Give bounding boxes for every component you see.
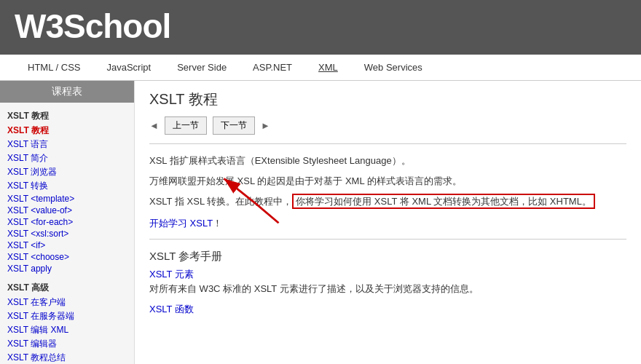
sidebar-header: 课程表: [0, 81, 134, 103]
xslt-elements-link[interactable]: XSLT 元素: [149, 269, 194, 280]
sidebar-link-xslt-sort[interactable]: XSLT <xsl:sort>: [0, 228, 134, 240]
sidebar-link-client[interactable]: XSLT 在客户端: [0, 296, 134, 309]
sidebar-link-xslt-template[interactable]: XSLT <template>: [0, 193, 134, 205]
prev-button[interactable]: 上一节: [165, 116, 207, 135]
ref-divider: [149, 239, 626, 240]
sidebar-link-xslt-valueof[interactable]: XSLT <value-of>: [0, 205, 134, 216]
sidebar-link-editor[interactable]: XSLT 编辑器: [0, 337, 134, 351]
nav-javascript[interactable]: JavaScript: [93, 56, 164, 79]
page-title: XSLT 教程: [149, 90, 626, 109]
start-learning-link[interactable]: 开始学习 XSLT: [149, 218, 213, 229]
sidebar-link-xslt-intro[interactable]: XSLT 简介: [0, 151, 134, 165]
sidebar-link-xslt-apply[interactable]: XSLT apply: [0, 263, 134, 274]
sidebar-link-xslt-tutorial[interactable]: XSLT 教程: [0, 124, 134, 138]
next-button[interactable]: 下一节: [213, 116, 255, 135]
sidebar-link-xslt-foreach[interactable]: XSLT <for-each>: [0, 216, 134, 228]
sidebar-link-xslt-browser[interactable]: XSLT 浏览器: [0, 165, 134, 179]
sidebar-section-advanced: XSLT 高级: [0, 279, 134, 296]
sidebar-link-summary[interactable]: XSLT 教程总结: [0, 351, 134, 364]
nav-buttons: ◄ 上一节 下一节 ►: [149, 116, 626, 135]
nav-html-css[interactable]: HTML / CSS: [15, 56, 93, 79]
nav-web-services[interactable]: Web Services: [351, 56, 436, 79]
xslt-functions-link[interactable]: XSLT 函数: [149, 304, 194, 314]
content-divider: [149, 143, 626, 144]
ref-section-title: XSLT 参考手册: [149, 250, 626, 264]
main-nav: HTML / CSS JavaScript Server Side ASP.NE…: [0, 55, 641, 81]
sidebar: 课程表 XSLT 教程 XSLT 教程 XSLT 语言 XSLT 简介 XSLT…: [0, 81, 135, 364]
content-layout: 课程表 XSLT 教程 XSLT 教程 XSLT 语言 XSLT 简介 XSLT…: [0, 81, 641, 364]
ref-link-1: XSLT 元素: [149, 268, 626, 281]
header: W3School: [0, 0, 641, 55]
sidebar-section-xslt: XSLT 教程: [0, 107, 134, 124]
sidebar-link-xslt-choose[interactable]: XSLT <choose>: [0, 251, 134, 263]
nav-server-side[interactable]: Server Side: [164, 56, 240, 79]
main-content: XSLT 教程 ◄ 上一节 下一节 ► XSL 指扩展样式表语言（EXtensi…: [135, 81, 641, 364]
nav-xml[interactable]: XML: [305, 56, 351, 79]
paragraph-2: 万维网联盟开始发展 XSL 的起因是由于对基于 XML 的样式表语言的需求。: [149, 173, 626, 189]
paragraph-3: XSLT 指 XSL 转换。在此教程中，你将学习如何使用 XSLT 将 XML …: [149, 194, 626, 210]
prev-arrow-icon: ◄: [149, 120, 159, 131]
sidebar-link-edit-xml[interactable]: XSLT 编辑 XML: [0, 323, 134, 337]
ref-link-2: XSLT 函数: [149, 303, 626, 316]
paragraph-1: XSL 指扩展样式表语言（EXtensible Stylesheet Langu…: [149, 153, 626, 169]
sidebar-link-xslt-if[interactable]: XSLT <if>: [0, 240, 134, 251]
ref-link-1-desc: 对所有来自 W3C 标准的 XSLT 元素进行了描述，以及关于浏览器支持的信息。: [149, 281, 626, 297]
nav-aspnet[interactable]: ASP.NET: [240, 56, 305, 79]
next-arrow-icon: ►: [261, 120, 270, 131]
highlight-text: 你将学习如何使用 XSLT 将 XML 文档转换为其他文档，比如 XHTML。: [292, 194, 595, 209]
sidebar-link-xslt-lang[interactable]: XSLT 语言: [0, 138, 134, 151]
site-logo: W3School: [15, 7, 170, 46]
start-link-line: 开始学习 XSLT！: [149, 215, 626, 232]
sidebar-link-xslt-transform[interactable]: XSLT 转换: [0, 179, 134, 193]
sidebar-link-server[interactable]: XSLT 在服务器端: [0, 309, 134, 323]
